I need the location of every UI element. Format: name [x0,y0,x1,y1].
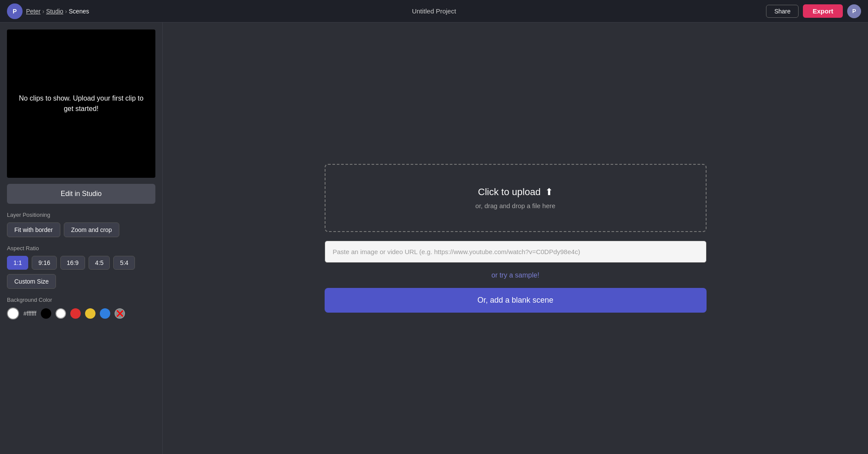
main-layout: No clips to show. Upload your first clip… [0,23,868,454]
preview-area: No clips to show. Upload your first clip… [7,29,155,178]
layer-positioning-label: Layer Positioning [7,212,155,218]
upload-subtitle: or, drag and drop a file here [339,202,693,209]
sidebar: No clips to show. Upload your first clip… [0,23,163,454]
breadcrumb-user[interactable]: Peter [26,8,40,15]
breadcrumb-current: Scenes [69,8,89,15]
color-swatch-blue[interactable] [100,308,110,319]
avatar[interactable]: P [7,3,23,19]
share-button[interactable]: Share [766,5,799,18]
fit-with-border-button[interactable]: Fit with border [7,222,60,237]
aspect-ratio-4x5-button[interactable]: 4:5 [89,256,110,270]
current-color-preview[interactable] [7,307,19,320]
color-swatch-none[interactable] [115,308,125,319]
aspect-ratio-1x1-button[interactable]: 1:1 [7,256,28,270]
breadcrumb-sep1: › [42,8,44,15]
header: P Peter › Studio › Scenes Untitled Proje… [0,0,868,23]
layer-positioning-section: Layer Positioning Fit with border Zoom a… [7,212,155,237]
avatar-letter: P [13,8,16,15]
color-swatch-yellow[interactable] [85,308,95,319]
project-title: Untitled Project [412,7,456,15]
url-input[interactable] [325,241,707,263]
color-hex-value: #ffffff [23,310,36,317]
custom-size-button[interactable]: Custom Size [7,274,56,289]
aspect-ratio-section: Aspect Ratio 1:1 9:16 16:9 4:5 5:4 Custo [7,245,155,297]
color-swatch-black[interactable] [41,308,51,319]
zoom-and-crop-button[interactable]: Zoom and crop [64,222,119,237]
aspect-ratio-group: 1:1 9:16 16:9 4:5 5:4 [7,256,155,270]
user-menu-button[interactable]: P [847,4,861,18]
preview-empty-text: No clips to show. Upload your first clip… [7,86,155,121]
breadcrumb: Peter › Studio › Scenes [26,8,89,15]
breadcrumb-sep2: › [65,8,67,15]
edit-in-studio-button[interactable]: Edit in Studio [7,184,155,204]
export-button[interactable]: Export [803,4,843,18]
upload-title: Click to upload ⬆ [339,186,693,198]
upload-icon: ⬆ [545,186,553,198]
background-color-label: Background Color [7,297,155,303]
upload-container: Click to upload ⬆ or, drag and drop a fi… [325,164,707,313]
upload-zone[interactable]: Click to upload ⬆ or, drag and drop a fi… [325,164,707,232]
main-content: Click to upload ⬆ or, drag and drop a fi… [163,23,868,454]
aspect-ratio-label: Aspect Ratio [7,245,155,251]
breadcrumb-studio[interactable]: Studio [46,8,63,15]
color-swatch-white[interactable] [56,308,66,319]
color-swatch-red[interactable] [70,308,81,319]
try-sample-link[interactable]: or try a sample! [325,271,707,279]
add-blank-scene-button[interactable]: Or, add a blank scene [325,288,707,313]
header-left: P Peter › Studio › Scenes [7,3,89,19]
aspect-ratio-16x9-button[interactable]: 16:9 [60,256,85,270]
aspect-ratio-5x4-button[interactable]: 5:4 [113,256,135,270]
aspect-ratio-9x16-button[interactable]: 9:16 [32,256,56,270]
color-row: #ffffff [7,307,155,320]
background-color-section: Background Color #ffffff [7,297,155,320]
header-right: Share Export P [766,4,861,18]
layer-positioning-group: Fit with border Zoom and crop [7,222,155,237]
